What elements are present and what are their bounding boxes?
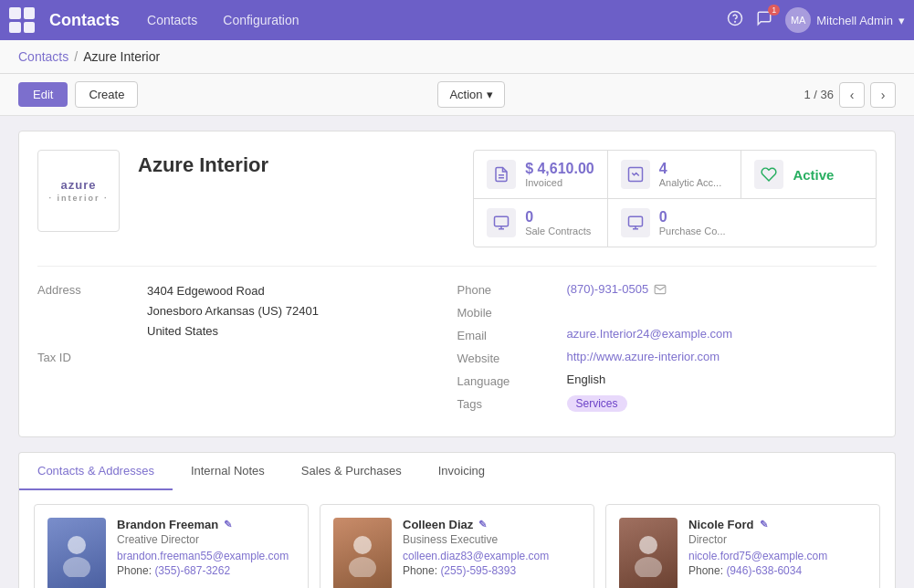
language-row: Language English [457,373,850,388]
contact-title-nicole: Director [688,533,867,546]
contact-phone-nicole: Phone: (946)-638-6034 [688,564,867,577]
chat-badge: 1 [768,5,780,16]
tax-id-row: Tax ID [37,349,430,364]
mobile-label: Mobile [457,304,567,320]
breadcrumb-current: Azure Interior [83,49,160,64]
language-label: Language [457,373,567,388]
mobile-row: Mobile [457,304,850,320]
analytic-value: 4 [659,161,721,177]
svg-point-16 [635,557,662,577]
email-icon [654,283,667,296]
create-button[interactable]: Create [75,81,138,108]
stat-sale-contracts[interactable]: 0 Sale Contracts [474,199,608,247]
help-button[interactable] [727,10,743,30]
edit-icon-colleen[interactable]: ✎ [478,519,487,530]
address-section: Address 3404 Edgewood Road Jonesboro Ark… [37,281,457,418]
email-label: Email [457,327,567,342]
contact-logo: azure · interior · [37,150,120,232]
purchase-contracts-value: 0 [659,209,726,226]
list-item[interactable]: Brandon Freeman ✎ Creative Director bran… [34,504,309,588]
sale-contracts-icon [487,208,516,237]
contact-phone-brandon: Phone: (355)-687-3262 [117,564,295,577]
address-value: 3404 Edgewood Road Jonesboro Arkansas (U… [147,281,319,341]
website-value[interactable]: http://www.azure-interior.com [567,350,720,365]
stat-invoiced[interactable]: $ 4,610.00 Invoiced [474,151,608,199]
website-label: Website [457,350,567,365]
address-row: Address 3404 Edgewood Road Jonesboro Ark… [37,281,430,341]
purchase-contracts-icon [621,208,650,237]
invoiced-icon [487,160,516,189]
stat-purchase-contracts[interactable]: 0 Purchase Co... [608,199,876,247]
breadcrumb-parent[interactable]: Contacts [18,49,68,64]
svg-point-11 [68,536,86,554]
contact-name-brandon: Brandon Freeman [117,518,218,531]
chat-button[interactable]: 1 [756,10,772,30]
contact-title-brandon: Creative Director [117,533,295,546]
stat-analytic[interactable]: 4 Analytic Acc... [608,151,742,199]
contact-info-section: Phone (870)-931-0505 Mobile Email azure.… [457,281,877,418]
sale-contracts-label: Sale Contracts [525,226,591,236]
edit-icon-nicole[interactable]: ✎ [760,519,768,530]
phone-label: Phone [457,281,567,297]
next-page-button[interactable]: › [870,82,896,108]
nav-configuration[interactable]: Configuration [217,9,304,31]
purchase-contracts-label: Purchase Co... [659,226,726,236]
nav-contacts[interactable]: Contacts [142,9,203,31]
stat-active[interactable]: Active [741,151,876,199]
svg-rect-5 [495,216,509,226]
tag-services: Services [567,395,627,412]
sale-contracts-value: 0 [525,209,591,226]
website-row: Website http://www.azure-interior.com [457,350,850,365]
contact-phone-colleen: Phone: (255)-595-8393 [403,564,581,577]
main-content: azure · interior · Azure Interior $ 4,61… [0,116,914,588]
tabs-bar: Contacts & Addresses Internal Notes Sale… [18,452,896,489]
user-menu[interactable]: MA Mitchell Admin ▾ [785,7,905,33]
contact-photo-colleen [333,518,392,588]
breadcrumb-separator: / [74,49,78,64]
phone-row: Phone (870)-931-0505 [457,281,850,297]
tax-id-label: Tax ID [37,349,147,364]
tab-contacts-addresses[interactable]: Contacts & Addresses [19,453,173,490]
tags-row: Tags Services [457,395,850,411]
svg-point-1 [735,21,736,22]
phone-value[interactable]: (870)-931-0505 [567,282,649,296]
action-bar: Edit Create Action ▾ 1 / 36 ‹ › [0,74,914,116]
prev-page-button[interactable]: ‹ [839,82,865,108]
email-value[interactable]: azure.Interior24@example.com [567,327,733,342]
tab-internal-notes[interactable]: Internal Notes [173,453,283,490]
active-value: Active [793,167,834,183]
tab-invoicing[interactable]: Invoicing [420,453,503,490]
edit-icon-brandon[interactable]: ✎ [224,519,232,530]
top-navigation: Contacts Contacts Configuration 1 MA Mit… [0,0,914,40]
app-grid-icon[interactable] [9,7,35,33]
analytic-icon [621,160,650,189]
logo-line2: · interior · [48,194,108,205]
invoiced-label: Invoiced [525,177,594,188]
pagination: 1 / 36 ‹ › [804,82,896,108]
address-label: Address [37,281,147,341]
contact-name: Azure Interior [138,150,455,177]
logo-line1: azure [48,178,108,194]
contact-name-colleen: Colleen Diaz [403,518,473,531]
contact-card: azure · interior · Azure Interior $ 4,61… [18,131,896,437]
tab-sales-purchases[interactable]: Sales & Purchases [283,453,420,490]
invoiced-value: $ 4,610.00 [525,161,594,177]
language-value: English [567,373,606,388]
contact-email-colleen[interactable]: colleen.diaz83@example.com [403,550,581,562]
user-dropdown-icon: ▾ [898,14,905,27]
app-title: Contacts [49,11,120,30]
action-dropdown-button[interactable]: Action ▾ [437,81,504,108]
contact-title-colleen: Business Executive [403,533,581,546]
pagination-text: 1 / 36 [804,88,834,101]
contact-email-brandon[interactable]: brandon.freeman55@example.com [117,550,295,562]
contact-email-nicole[interactable]: nicole.ford75@example.com [688,550,867,562]
email-row: Email azure.Interior24@example.com [457,327,850,342]
edit-button[interactable]: Edit [18,82,68,107]
active-icon [754,160,783,189]
list-item[interactable]: Nicole Ford ✎ Director nicole.ford75@exa… [605,504,880,588]
contact-header: azure · interior · Azure Interior $ 4,61… [37,150,877,247]
breadcrumb: Contacts / Azure Interior [0,40,914,74]
svg-rect-8 [628,216,642,226]
svg-point-13 [353,536,372,554]
list-item[interactable]: Colleen Diaz ✎ Business Executive collee… [320,504,594,588]
